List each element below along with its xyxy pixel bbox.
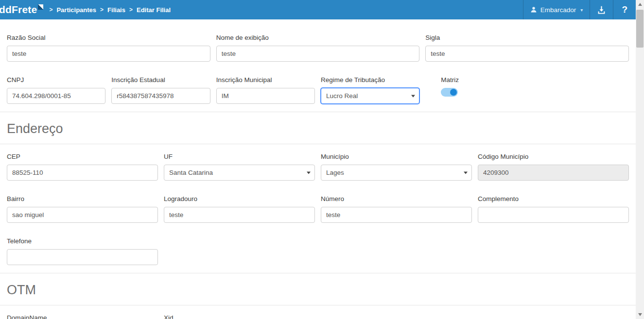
scroll-up-icon[interactable] <box>638 3 642 6</box>
inscricao-municipal-field: Inscrição Municipal <box>216 62 315 104</box>
download-icon <box>597 5 606 15</box>
numero-field: Número <box>321 181 472 223</box>
toggle-knob <box>450 89 457 96</box>
xid-field: Xid <box>164 305 315 319</box>
otm-section-title: OTM <box>7 273 629 305</box>
municipio-label: Município <box>321 153 472 161</box>
download-button[interactable] <box>590 0 613 19</box>
uf-select[interactable]: Santa Catarina <box>164 165 315 181</box>
regime-tributacao-label: Regime de Tributação <box>321 76 419 84</box>
cep-input[interactable] <box>7 165 158 181</box>
nome-exibicao-label: Nome de exibição <box>216 34 420 42</box>
matriz-toggle[interactable] <box>441 88 458 97</box>
chevron-right-icon: > <box>129 6 133 13</box>
regime-tributacao-field: Regime de Tributação Lucro Real <box>321 62 419 104</box>
chevron-right-icon: > <box>100 6 104 13</box>
sigla-label: Sigla <box>425 34 629 42</box>
numero-input[interactable] <box>321 207 472 223</box>
vertical-scrollbar[interactable] <box>636 0 644 319</box>
codigo-municipio-field: Código Município <box>478 144 629 181</box>
uf-label: UF <box>164 153 315 161</box>
inscricao-estadual-input[interactable] <box>111 88 210 104</box>
app-logo[interactable]: ddFrete <box>0 4 43 16</box>
logradouro-input[interactable] <box>164 207 315 223</box>
chevron-right-icon: > <box>49 6 52 13</box>
breadcrumb-participantes[interactable]: Participantes <box>56 6 96 14</box>
matriz-field: Matriz <box>425 62 524 104</box>
telefone-input[interactable] <box>7 249 158 265</box>
breadcrumb-filiais[interactable]: Filiais <box>107 6 125 14</box>
domainname-label: DomainName <box>7 314 158 319</box>
cnpj-label: CNPJ <box>7 76 105 84</box>
uf-field: UF Santa Catarina <box>164 144 315 181</box>
municipio-select[interactable]: Lages <box>321 165 472 181</box>
logo-flag-icon <box>38 4 43 10</box>
logradouro-label: Logradouro <box>164 195 315 203</box>
topbar: ddFrete > Participantes > Filiais > Edit… <box>0 0 636 19</box>
razao-social-label: Razão Social <box>7 34 210 42</box>
form-row: Telefone <box>7 223 629 265</box>
regime-tributacao-select[interactable]: Lucro Real <box>321 88 419 104</box>
telefone-field: Telefone <box>7 223 158 265</box>
bairro-field: Bairro <box>7 181 158 223</box>
logradouro-field: Logradouro <box>164 181 315 223</box>
razao-social-field: Razão Social <box>7 19 210 62</box>
bairro-input[interactable] <box>7 207 158 223</box>
codigo-municipio-label: Código Município <box>478 153 629 161</box>
topbar-right: Embarcador ▾ ? <box>523 0 636 19</box>
form-row: CNPJ Inscrição Estadual Inscrição Munici… <box>7 62 629 104</box>
inscricao-municipal-input[interactable] <box>216 88 315 104</box>
razao-social-input[interactable] <box>7 46 210 62</box>
app-logo-text: ddFrete <box>0 4 37 16</box>
codigo-municipio-input <box>478 165 629 181</box>
complemento-input[interactable] <box>478 207 629 223</box>
form-row: Bairro Logradouro Número Complemento <box>7 181 629 223</box>
user-menu-label: Embarcador <box>540 6 576 14</box>
user-icon <box>530 6 537 13</box>
municipio-field: Município Lages <box>321 144 472 181</box>
bairro-label: Bairro <box>7 195 158 203</box>
help-button[interactable]: ? <box>613 0 636 19</box>
nome-exibicao-input[interactable] <box>216 46 420 62</box>
sigla-field: Sigla <box>425 19 629 62</box>
xid-label: Xid <box>164 314 315 319</box>
edit-filial-form: Razão Social Nome de exibição Sigla CNPJ… <box>0 19 636 319</box>
numero-label: Número <box>321 195 472 203</box>
breadcrumb: > Participantes > Filiais > Editar Filia… <box>49 6 171 14</box>
form-row: CEP UF Santa Catarina Município Lages Có… <box>7 144 629 181</box>
scrollbar-thumb[interactable] <box>636 10 644 48</box>
nome-exibicao-field: Nome de exibição <box>216 19 420 62</box>
caret-down-icon: ▾ <box>580 7 583 13</box>
cep-field: CEP <box>7 144 158 181</box>
telefone-label: Telefone <box>7 237 158 245</box>
help-question-icon: ? <box>622 4 627 15</box>
cep-label: CEP <box>7 153 158 161</box>
form-row: Razão Social Nome de exibição Sigla <box>7 19 629 62</box>
inscricao-estadual-label: Inscrição Estadual <box>111 76 210 84</box>
inscricao-municipal-label: Inscrição Municipal <box>216 76 315 84</box>
sigla-input[interactable] <box>425 46 629 62</box>
domainname-field: DomainName <box>7 305 158 319</box>
form-row: DomainName Xid <box>7 305 629 319</box>
matriz-label: Matriz <box>441 76 524 84</box>
cnpj-input[interactable] <box>7 88 105 104</box>
inscricao-estadual-field: Inscrição Estadual <box>111 62 210 104</box>
complemento-field: Complemento <box>478 181 629 223</box>
complemento-label: Complemento <box>478 195 629 203</box>
scroll-down-icon[interactable] <box>638 313 642 316</box>
user-menu[interactable]: Embarcador ▾ <box>523 0 590 19</box>
cnpj-field: CNPJ <box>7 62 105 104</box>
endereco-section-title: Endereço <box>7 112 629 144</box>
breadcrumb-editar-filial: Editar Filial <box>137 6 171 14</box>
